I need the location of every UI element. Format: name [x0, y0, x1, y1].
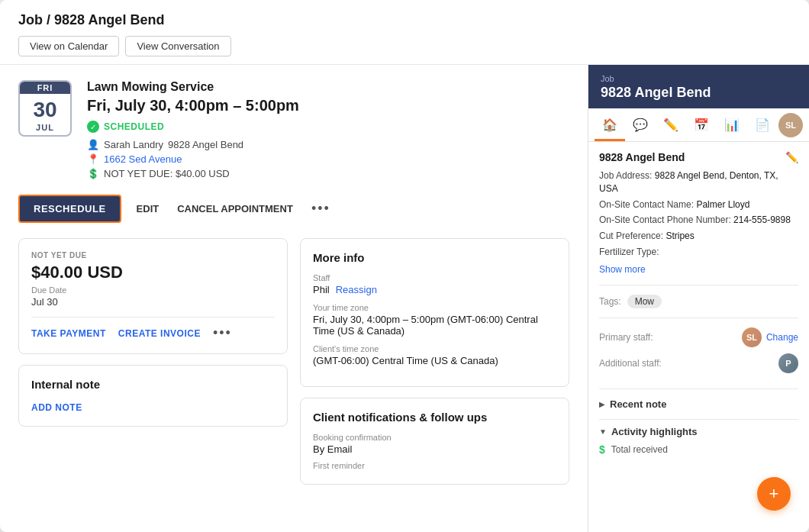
client-timezone-label: Client's time zone: [313, 344, 556, 353]
tags-label: Tags:: [599, 296, 621, 307]
rp-address-row: Job Address: 9828 Angel Bend, Denton, TX…: [599, 169, 798, 195]
address-row: 📍 1662 Sed Avenue: [87, 153, 569, 165]
timezone-section: Your time zone Fri, July 30, 4:00pm – 5:…: [313, 303, 556, 337]
timezone-value: Fri, July 30, 4:00pm – 5:00pm (GMT-06:00…: [313, 314, 556, 337]
total-received-row: $ Total received: [599, 443, 798, 456]
chevron-down-icon: ▼: [599, 427, 607, 436]
status-text: SCHEDULED: [104, 121, 164, 132]
rp-header: Job 9828 Angel Bend: [588, 65, 809, 108]
rp-section-title: 9828 Angel Bend: [599, 151, 685, 163]
change-staff-button[interactable]: Change: [766, 332, 798, 343]
payment-card: NOT YET DUE $40.00 USD Due Date Jul 30 T…: [18, 238, 288, 485]
client-timezone-section: Client's time zone (GMT-06:00) Central T…: [313, 344, 556, 366]
tab-edit[interactable]: ✏️: [656, 108, 686, 141]
payment-card-actions: TAKE PAYMENT CREATE INVOICE •••: [31, 317, 275, 341]
create-invoice-button[interactable]: CREATE INVOICE: [118, 328, 201, 339]
rp-cut-preference: Stripes: [666, 231, 694, 241]
bottom-cards: NOT YET DUE $40.00 USD Due Date Jul 30 T…: [18, 238, 569, 485]
due-date-value: Jul 30: [31, 296, 275, 308]
tab-home[interactable]: 🏠: [595, 108, 625, 141]
job-time: Fri, July 30, 4:00pm – 5:00pm: [87, 97, 569, 114]
dollar-icon: $: [599, 443, 605, 456]
notifications-card: Client notifications & follow ups Bookin…: [300, 398, 569, 485]
person-icon: 👤: [87, 139, 99, 150]
rp-contact-name: Palmer Lloyd: [696, 199, 749, 210]
reschedule-button[interactable]: RESCHEDULE: [18, 195, 121, 223]
job-info-card: FRI 30 JUL Lawn Mowing Service Fri, July…: [18, 80, 569, 179]
more-info-card: More info Staff Phil Reassign Your time …: [300, 238, 569, 387]
right-info-cards: More info Staff Phil Reassign Your time …: [300, 238, 569, 485]
primary-staff-avatar: SL: [742, 327, 762, 347]
take-payment-button[interactable]: TAKE PAYMENT: [31, 328, 106, 339]
additional-staff-right: P: [778, 353, 798, 373]
booking-value: By Email: [313, 443, 556, 455]
recent-note-header[interactable]: ▶ Recent note: [599, 398, 798, 410]
cancel-appointment-button[interactable]: CANCEL APPOINTMENT: [174, 200, 296, 218]
reminder-label: First reminder: [313, 461, 556, 470]
edit-button[interactable]: EDIT: [134, 200, 163, 218]
additional-staff-avatar: P: [778, 353, 798, 373]
client-row: 👤 Sarah Landry 9828 Angel Bend: [87, 139, 569, 150]
note-title: Internal note: [31, 378, 275, 391]
not-yet-due-label: NOT YET DUE: [31, 251, 275, 260]
staff-name: Phil: [313, 284, 330, 295]
document-icon: 📄: [755, 118, 770, 131]
reassign-link[interactable]: Reassign: [336, 284, 377, 295]
address-section: 9828 Angel Bend ✏️ Job Address: 9828 Ang…: [599, 151, 798, 285]
timezone-label: Your time zone: [313, 303, 556, 312]
balance-text: NOT YET DUE: $40.00 USD: [104, 168, 230, 179]
left-panel: FRI 30 JUL Lawn Mowing Service Fri, July…: [0, 65, 588, 532]
job-service-name: Lawn Mowing Service: [87, 80, 569, 94]
rp-contact-phone: 214-555-9898: [733, 214, 791, 225]
activity-highlights-label: Activity highlights: [611, 426, 698, 437]
rp-tabs: 🏠 💬 ✏️ 📅 📊 📄 SL: [588, 108, 809, 142]
money-icon: 💲: [87, 168, 99, 179]
tab-reports[interactable]: 📊: [717, 108, 747, 141]
calendar-icon: FRI 30 JUL: [18, 80, 72, 137]
show-more-button[interactable]: Show more: [599, 264, 646, 275]
staff-row: Phil Reassign: [313, 284, 556, 295]
tab-chat[interactable]: 💬: [625, 108, 656, 141]
right-panel: Job 9828 Angel Bend 🏠 💬 ✏️ 📅 📊: [588, 65, 809, 532]
chevron-right-icon: ▶: [599, 400, 605, 408]
page-header: Job / 9828 Angel Bend View on Calendar V…: [0, 0, 809, 65]
more-actions-button[interactable]: •••: [308, 198, 334, 220]
rp-contact-phone-row: On-Site Contact Phone Number: 214-555-98…: [599, 214, 798, 227]
location-icon: 📍: [87, 153, 99, 165]
fab-add-button[interactable]: +: [757, 477, 791, 511]
tag-mow: Mow: [627, 295, 662, 308]
primary-staff-right: SL Change: [742, 327, 798, 347]
view-on-calendar-button[interactable]: View on Calendar: [18, 36, 119, 56]
activity-highlights-header[interactable]: ▼ Activity highlights: [599, 426, 798, 437]
booking-label: Booking confirmation: [313, 433, 556, 442]
recent-note-section: ▶ Recent note: [599, 398, 798, 420]
view-conversation-button[interactable]: View Conversation: [125, 36, 230, 56]
primary-staff-label: Primary staff:: [599, 332, 653, 343]
recent-note-label: Recent note: [610, 398, 666, 410]
primary-staff-row: Primary staff: SL Change: [599, 327, 798, 347]
calendar-tab-icon: 📅: [694, 118, 709, 131]
edit-icon: ✏️: [663, 118, 678, 131]
add-note-button[interactable]: ADD NOTE: [31, 402, 82, 413]
payment-more-button[interactable]: •••: [213, 325, 232, 341]
payment-amount: $40.00 USD: [31, 263, 275, 282]
status-badge: ✓ SCHEDULED: [87, 121, 569, 133]
address-text: 9828 Angel Bend: [168, 139, 243, 150]
status-icon: ✓: [87, 121, 99, 133]
rp-edit-button[interactable]: ✏️: [785, 151, 798, 163]
reports-icon: 📊: [724, 118, 740, 131]
tab-document[interactable]: 📄: [747, 108, 778, 141]
chat-icon: 💬: [633, 118, 648, 131]
balance-row: 💲 NOT YET DUE: $40.00 USD: [87, 168, 569, 179]
address-link[interactable]: 1662 Sed Avenue: [104, 153, 182, 165]
staff-section: Staff Phil Reassign: [313, 273, 556, 295]
rp-fertilizer-row: Fertilizer Type:: [599, 246, 798, 259]
calendar-day-name: FRI: [20, 82, 70, 94]
avatar: SL: [778, 113, 803, 137]
rp-job-name: 9828 Angel Bend: [601, 85, 797, 101]
rp-cut-preference-row: Cut Preference: Stripes: [599, 230, 798, 243]
job-details: Lawn Mowing Service Fri, July 30, 4:00pm…: [87, 80, 569, 179]
rp-content: 9828 Angel Bend ✏️ Job Address: 9828 Ang…: [588, 142, 809, 471]
rp-job-label: Job: [601, 74, 797, 83]
tab-calendar[interactable]: 📅: [686, 108, 717, 141]
